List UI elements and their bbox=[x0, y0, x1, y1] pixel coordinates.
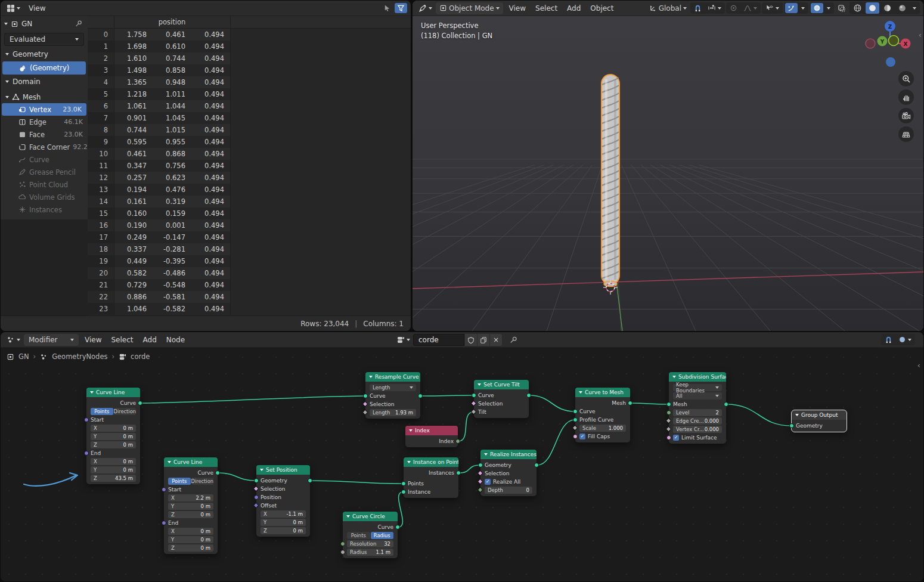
field-y[interactable]: Y0 m bbox=[261, 519, 306, 526]
node-header-group_output[interactable]: Group Output bbox=[792, 410, 847, 420]
socket-in-radius[interactable] bbox=[340, 550, 345, 555]
domain-row-face-corner[interactable]: Face Corner92.2K bbox=[1, 141, 88, 153]
field-z[interactable]: Z0 m bbox=[91, 441, 136, 448]
node-curve_line_1[interactable]: Curve LineCurvePointsDirectionStartX0 mY… bbox=[86, 388, 140, 484]
node-set_curve_tilt[interactable]: Set Curve TiltCurveSelectionTilt bbox=[474, 380, 529, 418]
editor-type-selector[interactable] bbox=[4, 335, 23, 345]
viewport-menu-add[interactable]: Add bbox=[562, 3, 585, 14]
node-group-name-field[interactable]: corde bbox=[413, 334, 464, 346]
tab-radius[interactable]: Radius bbox=[371, 532, 394, 540]
editor-type-selector[interactable] bbox=[4, 3, 23, 14]
annotate-tool-selector[interactable] bbox=[416, 3, 435, 14]
field-y[interactable]: Y0 m bbox=[168, 503, 213, 510]
node-tree-type-selector[interactable]: Modifier bbox=[24, 334, 79, 346]
gizmo-pos-y-ring[interactable] bbox=[889, 36, 899, 46]
socket-out-curve[interactable] bbox=[526, 393, 531, 398]
rope-object[interactable] bbox=[601, 75, 619, 287]
domain-row-edge[interactable]: Edge46.1K bbox=[1, 116, 88, 128]
socket-in-start[interactable] bbox=[162, 487, 166, 492]
shading-dropdown[interactable] bbox=[910, 6, 919, 11]
node-realize_instances[interactable]: Realize InstancesGeometrySelection✓Reali… bbox=[480, 450, 537, 496]
node-header-index[interactable]: Index bbox=[405, 426, 458, 435]
field-radius[interactable]: Radius1.1 m bbox=[347, 549, 393, 556]
field-level[interactable]: Level2 bbox=[673, 409, 722, 416]
evaluation-state-dropdown[interactable]: Evaluated bbox=[4, 33, 84, 46]
viewport-menu-view[interactable]: View bbox=[504, 3, 531, 14]
section-domain[interactable]: Domain bbox=[1, 76, 88, 88]
gizmo-neg-x[interactable] bbox=[866, 39, 875, 48]
node-header-set_curve_tilt[interactable]: Set Curve Tilt bbox=[474, 380, 529, 389]
proportional-editing-toggle[interactable] bbox=[727, 3, 740, 13]
node-index[interactable]: IndexIndex bbox=[405, 426, 458, 447]
socket-in-level[interactable] bbox=[666, 410, 671, 415]
field-z[interactable]: Z43.5 m bbox=[91, 475, 136, 482]
field-x[interactable]: X-1.1 m bbox=[261, 510, 306, 518]
socket-in-fill-caps[interactable] bbox=[573, 434, 578, 439]
sidebar-collapse-arrow[interactable]: ‹ bbox=[917, 361, 920, 370]
gizmo-neg-z[interactable] bbox=[886, 57, 895, 67]
node-curve_to_mesh[interactable]: Curve to MeshMeshCurveProfile CurveScale… bbox=[575, 388, 630, 442]
socket-out-mesh[interactable] bbox=[628, 401, 632, 405]
socket-in-resolution[interactable] bbox=[340, 541, 345, 546]
unlink-node-group-button[interactable]: × bbox=[490, 334, 502, 346]
node-overlays-toggle[interactable] bbox=[896, 335, 914, 345]
dropdown-keep-boundaries[interactable]: Keep Boundaries bbox=[673, 384, 722, 391]
navigation-gizmo[interactable]: Z Y X bbox=[863, 18, 917, 71]
socket-in-profile-curve[interactable] bbox=[573, 417, 578, 422]
socket-in-geometry[interactable] bbox=[254, 478, 259, 483]
node-header-resample_curve[interactable]: Resample Curve bbox=[365, 372, 420, 382]
socket-out-geometry[interactable] bbox=[534, 463, 539, 468]
section-geometry[interactable]: Geometry bbox=[1, 48, 88, 60]
socket-in-position[interactable] bbox=[254, 495, 259, 500]
spreadsheet-menu-view[interactable]: View bbox=[24, 3, 50, 14]
node-curve_circle[interactable]: Curve CircleCurvePointsRadiusResolution3… bbox=[343, 512, 398, 558]
dropdown-all[interactable]: All bbox=[673, 392, 722, 400]
node-header-curve_to_mesh[interactable]: Curve to Mesh bbox=[575, 388, 630, 397]
socket-in-instance[interactable] bbox=[401, 490, 406, 494]
orientation-selector[interactable]: Global bbox=[647, 3, 689, 14]
field-y[interactable]: Y0 m bbox=[168, 536, 213, 543]
field-depth[interactable]: Depth0 bbox=[485, 487, 532, 494]
socket-out-instances[interactable] bbox=[456, 470, 461, 475]
tab-points[interactable]: Points bbox=[168, 478, 191, 485]
socket-in-geometry[interactable] bbox=[789, 423, 794, 428]
socket-out-index[interactable] bbox=[455, 439, 460, 444]
field-vertex-cr-[interactable]: Vertex Cr...0.000 bbox=[673, 426, 722, 433]
fake-user-shield-button[interactable] bbox=[465, 334, 477, 346]
orthographic-toggle-button[interactable] bbox=[898, 126, 914, 142]
socket-in-end[interactable] bbox=[162, 521, 166, 525]
node-curve_line_2[interactable]: Curve LineCurvePointsDirectionStartX2.2 … bbox=[164, 457, 218, 554]
data-source-object[interactable]: GN bbox=[1, 16, 88, 30]
node-header-realize_instances[interactable]: Realize Instances bbox=[480, 450, 537, 459]
field-y[interactable]: Y0 m bbox=[91, 433, 136, 440]
socket-in-geometry[interactable] bbox=[478, 463, 483, 468]
socket-out-curve[interactable] bbox=[395, 525, 400, 530]
checkbox-fill-caps[interactable]: ✓Fill Caps bbox=[579, 434, 610, 439]
socket-in-curve[interactable] bbox=[573, 409, 578, 414]
breadcrumb-node-group[interactable]: corde bbox=[131, 352, 150, 361]
socket-out-mesh[interactable] bbox=[724, 402, 728, 407]
node-header-curve_line_2[interactable]: Curve Line bbox=[164, 457, 218, 467]
node-group_output[interactable]: Group OutputGeometry bbox=[792, 410, 847, 432]
node-menu-select[interactable]: Select bbox=[106, 335, 138, 345]
node-set_position[interactable]: Set PositionGeometrySelectionPositionOff… bbox=[256, 465, 310, 537]
snap-toggle[interactable] bbox=[692, 3, 704, 13]
gizmos-toggle[interactable] bbox=[785, 3, 798, 13]
field-x[interactable]: X0 m bbox=[168, 528, 213, 535]
column-header-position[interactable]: position bbox=[114, 16, 230, 29]
field-z[interactable]: Z0 m bbox=[168, 511, 213, 518]
shading-material-button[interactable] bbox=[880, 2, 894, 14]
checkbox-limit-surface[interactable]: ✓Limit Surface bbox=[673, 435, 717, 441]
snap-target-selector[interactable] bbox=[705, 3, 724, 13]
node-header-set_position[interactable]: Set Position bbox=[256, 465, 310, 475]
socket-out-geometry[interactable] bbox=[308, 478, 312, 483]
gizmos-dropdown[interactable] bbox=[799, 6, 807, 11]
pin-icon[interactable] bbox=[509, 336, 518, 345]
dropdown-length[interactable]: Length bbox=[370, 384, 416, 391]
shading-solid-button[interactable] bbox=[866, 2, 879, 14]
overlays-dropdown[interactable] bbox=[824, 6, 833, 11]
cursor-select-icon[interactable] bbox=[381, 3, 393, 13]
socket-in-points[interactable] bbox=[401, 481, 406, 486]
field-x[interactable]: X0 m bbox=[91, 458, 136, 465]
field-resolution[interactable]: Resolution32 bbox=[347, 540, 393, 547]
